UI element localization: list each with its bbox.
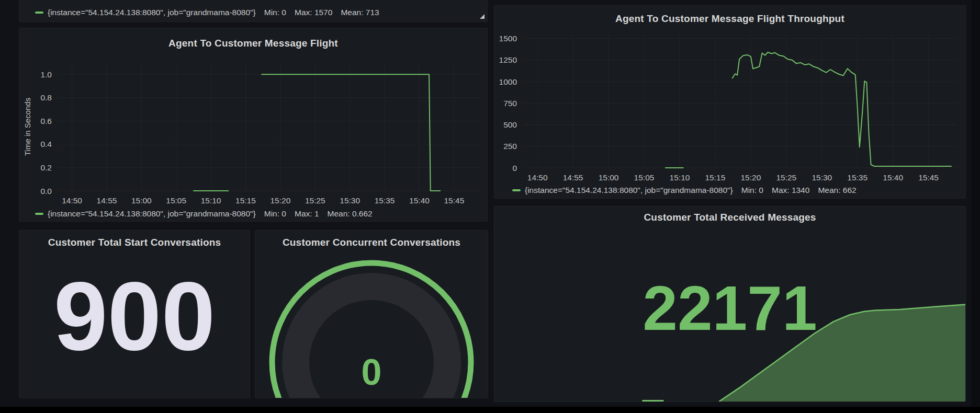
- svg-text:0.0: 0.0: [40, 187, 52, 196]
- svg-text:15:10: 15:10: [670, 173, 690, 182]
- panel-title-received-messages[interactable]: Customer Total Received Messages: [494, 212, 965, 223]
- panel-received-messages: Customer Total Received Messages 22171: [494, 206, 966, 402]
- svg-text:15:45: 15:45: [444, 196, 465, 205]
- svg-text:250: 250: [503, 142, 517, 151]
- svg-text:15:30: 15:30: [812, 173, 832, 182]
- svg-text:15:00: 15:00: [599, 173, 619, 182]
- svg-text:15:40: 15:40: [409, 196, 430, 205]
- svg-text:15:05: 15:05: [166, 196, 186, 205]
- svg-text:15:15: 15:15: [235, 196, 256, 205]
- legend-series-label[interactable]: {instance="54.154.24.138:8080", job="gra…: [48, 8, 256, 17]
- svg-text:15:30: 15:30: [340, 196, 360, 205]
- svg-text:15:00: 15:00: [131, 196, 152, 205]
- svg-text:500: 500: [503, 120, 517, 129]
- svg-text:15:05: 15:05: [634, 173, 655, 182]
- series-color-dash-icon: [35, 213, 43, 215]
- panel-start-conversations: Customer Total Start Conversations 900: [19, 230, 250, 398]
- flight-chart-canvas[interactable]: 14:5014:5515:0015:0515:1015:1515:2015:25…: [19, 28, 487, 207]
- panel-concurrent-conversations: Customer Concurrent Conversations 0: [255, 230, 488, 398]
- legend-min: Min: 0: [741, 186, 763, 195]
- screen-bottom-edge: [0, 407, 980, 413]
- svg-text:15:35: 15:35: [375, 196, 395, 205]
- svg-text:14:50: 14:50: [527, 173, 548, 182]
- panel-throughput: Agent To Customer Message Flight Through…: [494, 5, 966, 199]
- legend-max: Max: 1570: [295, 8, 332, 17]
- svg-text:0.6: 0.6: [40, 117, 52, 125]
- svg-text:15:20: 15:20: [271, 196, 291, 205]
- legend-min: Min: 0: [264, 8, 286, 17]
- svg-text:0.2: 0.2: [40, 163, 52, 172]
- legend-mean: Mean: 0.662: [328, 209, 373, 219]
- panel-flight: Agent To Customer Message Flight Time in…: [19, 28, 488, 222]
- panel-title-start-conversations[interactable]: Customer Total Start Conversations: [19, 237, 250, 248]
- series-color-dash-icon: [35, 12, 43, 14]
- svg-text:14:55: 14:55: [97, 196, 117, 205]
- legend-mean: Mean: 713: [341, 8, 379, 17]
- svg-text:15:20: 15:20: [741, 173, 761, 182]
- svg-text:15:15: 15:15: [705, 173, 726, 182]
- svg-text:1000: 1000: [499, 77, 517, 86]
- svg-text:15:25: 15:25: [776, 173, 796, 182]
- svg-text:15:40: 15:40: [883, 173, 903, 182]
- stat-value-start-conversations: 900: [19, 268, 250, 365]
- svg-text:14:50: 14:50: [62, 196, 82, 205]
- svg-text:1250: 1250: [499, 55, 517, 64]
- svg-text:1500: 1500: [499, 34, 517, 43]
- grafana-dashboard: {instance="54.154.24.138:8080", job="gra…: [0, 0, 971, 407]
- series-color-dash-icon: [512, 189, 521, 191]
- svg-text:0.4: 0.4: [40, 140, 52, 148]
- legend-max: Max: 1340: [772, 186, 809, 195]
- legend-min: Min: 0: [264, 209, 286, 219]
- svg-text:14:55: 14:55: [563, 173, 583, 182]
- legend-max: Max: 1: [295, 209, 319, 219]
- svg-text:15:35: 15:35: [847, 173, 868, 182]
- svg-text:15:10: 15:10: [201, 196, 221, 205]
- legend-series-label[interactable]: {instance="54.154.24.138:8080", job="gra…: [525, 186, 733, 195]
- legend-mean: Mean: 662: [818, 186, 856, 195]
- throughput-chart-canvas[interactable]: 14:5014:5515:0015:0515:1015:1515:2015:25…: [494, 6, 965, 185]
- svg-text:1.0: 1.0: [40, 70, 52, 79]
- svg-text:0: 0: [512, 164, 517, 173]
- panel-resize-handle-icon[interactable]: [480, 14, 485, 19]
- stat-value-received-messages: 22171: [494, 277, 965, 339]
- svg-text:750: 750: [503, 99, 517, 108]
- svg-text:15:45: 15:45: [918, 173, 939, 182]
- stat-value-concurrent-conversations: 0: [255, 354, 488, 391]
- svg-text:0.8: 0.8: [40, 93, 52, 102]
- legend-series-label[interactable]: {instance="54.154.24.138:8080", job="gra…: [48, 209, 256, 219]
- panel-partial-top: {instance="54.154.24.138:8080", job="gra…: [19, 0, 488, 22]
- svg-text:15:25: 15:25: [305, 196, 325, 205]
